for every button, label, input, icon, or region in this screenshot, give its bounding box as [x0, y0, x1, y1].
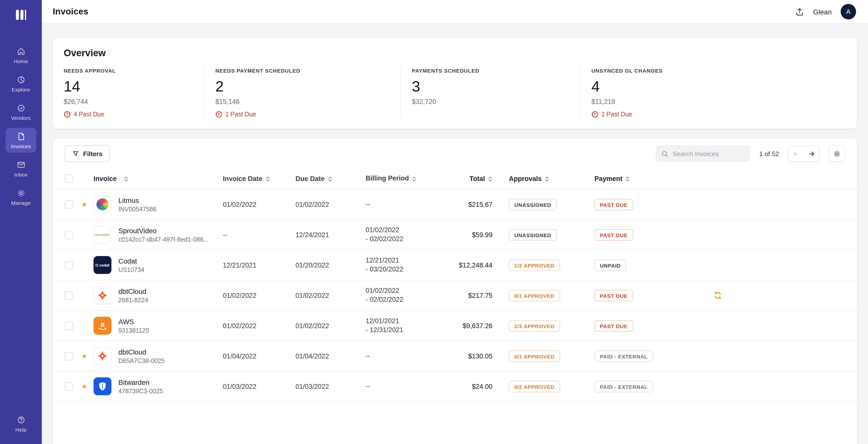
table-settings-button[interactable] [829, 146, 845, 162]
filters-button[interactable]: Filters [65, 145, 110, 162]
billing-period-line: - 02/02/2022 [366, 295, 450, 304]
sidebar-item-manage[interactable]: Manage [5, 185, 36, 209]
overview-stat: UNSYNCED GL CHANGES4$11,2181 Past Due [580, 67, 857, 118]
row-checkbox[interactable] [65, 230, 73, 239]
stat-count: 2 [215, 78, 388, 95]
approvals-badge: 0/1 APPROVED [509, 350, 560, 362]
table-row[interactable]: Bitwarden478739C3-002501/03/202201/03/20… [53, 372, 857, 402]
column-header-total[interactable]: Total [450, 175, 509, 183]
due-date: 01/02/2022 [296, 201, 366, 208]
column-header-payment[interactable]: Payment [594, 175, 696, 183]
search-box [656, 145, 750, 162]
invoice-date: 01/02/2022 [223, 201, 296, 208]
stat-amount: $32,720 [412, 98, 567, 105]
table-row[interactable]: LitmusINV0054758601/02/202201/02/2022--$… [53, 189, 857, 220]
sidebar-item-label: Home [14, 58, 28, 64]
invoice-total: $9,637.26 [450, 322, 509, 329]
sort-icon[interactable] [625, 176, 630, 182]
invoice-total: $130.05 [450, 352, 509, 360]
row-checkbox[interactable] [65, 321, 73, 330]
main-content: Overview NEEDS APPROVAL14$26,7444 Past D… [42, 24, 868, 444]
column-header-billing_period[interactable]: Billing Period [366, 174, 450, 183]
billing-period: 01/02/2022- 02/02/2022 [366, 286, 450, 305]
payment-status-badge: PAID - EXTERNAL [594, 381, 653, 392]
upload-icon[interactable] [795, 7, 804, 17]
invoice-number: 478739C3-0025 [118, 387, 163, 394]
due-date: 01/04/2022 [296, 352, 366, 360]
due-date: 01/03/2022 [296, 383, 366, 390]
vendor-logo-dbt-icon [94, 286, 112, 304]
top-header: Invoices Glean A [42, 0, 868, 24]
inbox-icon [16, 160, 26, 169]
row-checkbox[interactable] [65, 382, 73, 390]
sidebar-item-invoices[interactable]: Invoices [5, 128, 36, 153]
column-header-label: Invoice [94, 175, 117, 183]
sidebar-item-help[interactable]: Help [5, 411, 36, 436]
table-row[interactable]: dbtCloudD65A7C38-002501/04/202201/04/202… [53, 341, 857, 372]
sidebar-item-label: Explore [12, 87, 30, 93]
sort-icon[interactable] [488, 176, 492, 182]
payment-status-badge: UNPAID [594, 259, 626, 271]
stat-label: NEEDS APPROVAL [64, 68, 191, 73]
invoice-date: 01/04/2022 [223, 352, 296, 360]
sort-icon[interactable] [545, 176, 549, 182]
manage-icon [16, 188, 26, 198]
invoice-date: -- [223, 231, 296, 239]
column-header-invoice_date[interactable]: Invoice Date [223, 175, 296, 183]
table-row[interactable]: sproutvideoSproutVideoc0142cc7-db47-497f… [53, 220, 857, 250]
vendors-icon [16, 103, 26, 113]
sort-icon[interactable] [328, 176, 332, 182]
sidebar-item-label: Invoices [11, 143, 31, 149]
vendor-logo-sproutvideo-icon: sproutvideo [94, 226, 112, 244]
column-header-label: Due Date [296, 175, 324, 183]
stat-count: 3 [412, 78, 567, 95]
home-icon [16, 47, 26, 56]
vendor-name: Codat [118, 257, 144, 265]
stat-label: PAYMENTS SCHEDULED [412, 68, 567, 73]
brand-name: Glean [813, 8, 832, 15]
billing-period-line: -- [366, 382, 450, 391]
column-header-invoice[interactable]: Invoice [94, 175, 223, 183]
sort-icon[interactable] [124, 176, 128, 182]
search-input[interactable] [673, 150, 745, 157]
filters-button-label: Filters [83, 150, 102, 157]
filter-icon [72, 150, 79, 157]
glean-logo-icon[interactable] [14, 8, 28, 22]
table-row[interactable]: codatCodatUS1073412/21/202101/20/202212/… [53, 250, 857, 280]
billing-period-line: - 03/20/2022 [366, 265, 450, 274]
sidebar-nav: HomeExploreVendorsInvoicesInboxManage [0, 43, 42, 209]
row-checkbox[interactable] [65, 200, 73, 209]
column-header-label: Billing Period [366, 174, 409, 183]
invoice-total: $12,248.44 [450, 261, 509, 269]
sidebar-item-vendors[interactable]: Vendors [5, 99, 36, 124]
table-row[interactable]: aAWS93138112501/02/202201/02/202212/01/2… [53, 311, 857, 341]
select-all-checkbox[interactable] [65, 175, 73, 183]
status-dot-icon [83, 354, 86, 358]
sort-icon[interactable] [412, 176, 416, 182]
sync-alert-icon[interactable] [713, 291, 722, 300]
column-header-approvals[interactable]: Approvals [509, 175, 594, 183]
table-row[interactable]: dbtCloud2681-822401/02/202201/02/202201/… [53, 280, 857, 311]
sidebar-item-inbox[interactable]: Inbox [5, 156, 36, 181]
prev-page-button[interactable] [788, 146, 804, 161]
sort-icon[interactable] [266, 176, 270, 182]
status-dot-icon [83, 202, 86, 206]
sidebar-item-home[interactable]: Home [5, 43, 36, 68]
due-date: 01/02/2022 [296, 322, 366, 329]
payment-status-badge: PAST DUE [594, 290, 633, 301]
billing-period: -- [366, 382, 450, 391]
stat-amount: $11,218 [591, 98, 844, 105]
next-page-button[interactable] [804, 146, 819, 161]
column-header-label: Total [470, 175, 485, 183]
row-checkbox[interactable] [65, 291, 73, 299]
status-dot-icon [83, 385, 86, 388]
payment-status-badge: PAST DUE [594, 199, 633, 210]
row-checkbox[interactable] [65, 261, 73, 269]
avatar[interactable]: A [841, 4, 856, 20]
alert-icon [215, 111, 222, 118]
sidebar-item-explore[interactable]: Explore [5, 71, 36, 96]
column-header-due_date[interactable]: Due Date [296, 175, 366, 183]
overview-stat: PAYMENTS SCHEDULED3$32,720 [400, 67, 580, 118]
row-checkbox[interactable] [65, 352, 73, 360]
vendor-logo-litmus-icon [94, 195, 112, 213]
